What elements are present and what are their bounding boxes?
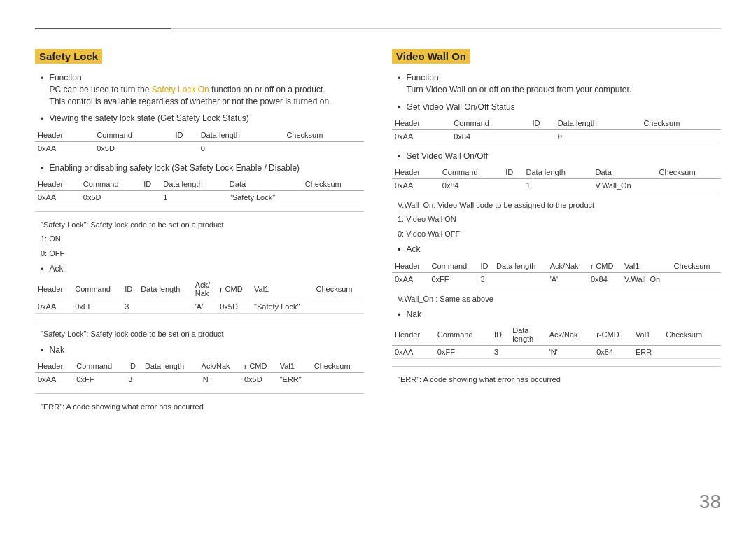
viewing-bullet: • Viewing the safety lock state (Get Saf… [41, 113, 364, 125]
left-column: Safety Lock • Function PC can be used to… [35, 49, 364, 416]
table-row: 0xAA 0xFF 3 'N' 0x84 ERR [392, 346, 721, 359]
ack-label-left: Ack [50, 263, 64, 275]
err-note-right: "ERR": A code showing what error has occ… [398, 374, 721, 386]
nak-label-right: Nak [407, 309, 421, 321]
nak-bullet-left: • Nak [41, 344, 364, 357]
safety-lock-on-link: Safety Lock On [152, 85, 209, 94]
get-label: Get Video Wall On/Off Status [407, 101, 515, 113]
table-row: 0xAA 0xFF 3 'A' 0x5D "Safety Lock" [35, 300, 364, 314]
note2: 1: ON [41, 233, 364, 245]
right-function-label: Function [407, 73, 439, 83]
right-function-text: Turn Video Wall on or off on the product… [407, 85, 632, 94]
enabling-bullet: • Enabling or disabling safety lock (Set… [41, 162, 364, 175]
viewing-label: Viewing the safety lock state (Get Safet… [50, 113, 249, 125]
table-row: 0xAA 0x5D 1 "Safety Lock" [35, 190, 364, 204]
col-header: Command [94, 129, 172, 142]
nak-bullet-right: • Nak [398, 309, 721, 321]
left-table2: Header Command ID Data length Data Check… [35, 178, 364, 204]
right-function-bullet: • Function Turn Video Wall on or off on … [398, 72, 721, 96]
right-table3: Header Command ID Data length Ack/Nak r-… [392, 260, 721, 286]
divider [35, 321, 364, 321]
note3: 0: OFF [41, 248, 364, 260]
ack-bullet-left: • Ack [41, 263, 364, 276]
right-table1: Header Command ID Data length Checksum 0… [392, 117, 721, 143]
table-row: 0xAA 0x84 1 V.Wall_On [392, 178, 721, 192]
left-table1: Header Command ID Data length Checksum 0… [35, 129, 364, 155]
col-header: ID [172, 129, 197, 142]
set-label: Set Video Wall On/Off [407, 150, 489, 162]
set-bullet: • Set Video Wall On/Off [398, 150, 721, 163]
ack-label-right: Ack [407, 244, 421, 255]
table-row: 0xAA 0x84 0 [392, 129, 721, 143]
divider [392, 366, 721, 367]
get-bullet: • Get Video Wall On/Off Status [398, 101, 721, 114]
ack-bullet-right: • Ack [398, 244, 721, 256]
left-table3: Header Command ID Data length Ack/Nak r-… [35, 279, 364, 314]
function-text1: PC can be used to turn the [50, 85, 150, 94]
vwall-same: V.Wall_On : Same as above [398, 293, 721, 305]
right-table2: Header Command ID Data length Data Check… [392, 166, 721, 192]
right-table4: Header Command ID Datalength Ack/Nak r-C… [392, 324, 721, 359]
divider [35, 211, 364, 212]
function-label: Function [50, 73, 82, 83]
table-row: 0xAA 0xFF 3 'N' 0x5D "ERR" [35, 373, 364, 386]
safety-lock-title: Safety Lock [35, 49, 102, 64]
note1: "Safety Lock": Safety lock code to be se… [41, 219, 364, 231]
function-text2: function on or off on a product. [211, 85, 326, 94]
vwall-note2: 1: Video Wall ON [398, 213, 721, 225]
table-row: 0xAA 0xFF 3 'A' 0x84 V.Wall_On [392, 272, 721, 286]
function-bullet: • Function PC can be used to turn the Sa… [41, 72, 364, 107]
page-number: 38 [699, 491, 721, 513]
note4: "Safety Lock": Safety lock code to be se… [41, 328, 364, 340]
col-header: Data length [198, 129, 284, 142]
vwall-note3: 0: Video Wall OFF [398, 228, 721, 240]
function-text3: This control is available regardless of … [50, 97, 332, 106]
video-wall-on-title: Video Wall On [392, 49, 470, 64]
nak-label-left: Nak [50, 344, 64, 356]
vwall-note1: V.Wall_On: Video Wall code to be assigne… [398, 199, 721, 211]
enabling-label: Enabling or disabling safety lock (Set S… [50, 162, 300, 174]
left-table4: Header Command ID Data length Ack/Nak r-… [35, 360, 364, 386]
col-header: Header [35, 129, 94, 142]
err-note-left: "ERR": A code showing what error has occ… [41, 401, 364, 413]
right-column: Video Wall On • Function Turn Video Wall… [392, 49, 721, 416]
divider [35, 393, 364, 394]
table-row: 0xAA 0x5D 0 [35, 141, 364, 155]
col-header: Checksum [284, 129, 364, 142]
